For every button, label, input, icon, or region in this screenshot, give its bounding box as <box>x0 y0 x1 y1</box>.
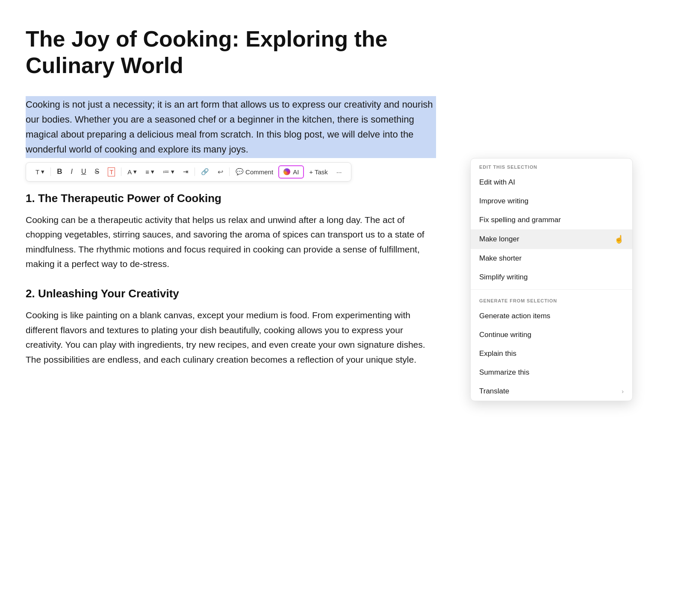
align-button[interactable]: ≡ ▾ <box>142 166 158 178</box>
text-label: T <box>35 168 39 176</box>
ai-label: AI <box>293 168 299 176</box>
edit-section-label: EDIT THIS SELECTION <box>471 158 632 173</box>
edit-with-ai-item[interactable]: Edit with AI <box>471 173 632 192</box>
generate-action-items-label: Generate action items <box>479 312 550 320</box>
improve-writing-item[interactable]: Improve writing <box>471 192 632 211</box>
dropdown-divider <box>471 289 632 290</box>
summarize-this-label: Summarize this <box>479 368 529 377</box>
highlight-icon: T <box>108 167 115 176</box>
font-color-label: A <box>127 168 132 176</box>
comment-button[interactable]: 💬 Comment <box>232 166 277 178</box>
translate-label: Translate <box>479 387 509 396</box>
ai-icon <box>283 168 290 175</box>
toolbar-separator-4 <box>229 167 230 176</box>
strikethrough-button[interactable]: S <box>91 166 103 178</box>
font-color-dropdown-arrow: ▾ <box>133 168 137 176</box>
ai-dropdown-menu: EDIT THIS SELECTION Edit with AI Improve… <box>470 158 633 401</box>
selected-paragraph: Cooking is not just a necessity; it is a… <box>26 96 436 158</box>
summarize-this-item[interactable]: Summarize this <box>471 363 632 382</box>
toolbar-separator-3 <box>195 167 195 176</box>
underline-button[interactable]: U <box>78 166 90 178</box>
highlight-button[interactable]: T <box>104 165 118 179</box>
make-shorter-label: Make shorter <box>479 254 522 263</box>
italic-button[interactable]: I <box>67 166 76 178</box>
edit-with-ai-label: Edit with AI <box>479 178 515 187</box>
bullet-icon: ≔ <box>163 168 169 176</box>
comment-label: Comment <box>245 168 273 176</box>
fix-spelling-label: Fix spelling and grammar <box>479 216 561 224</box>
section1-heading: 1. The Therapeutic Power of Cooking <box>26 192 436 205</box>
font-color-button[interactable]: A ▾ <box>124 166 140 178</box>
translate-arrow-icon: › <box>622 388 624 395</box>
section1-text: Cooking can be a therapeutic activity th… <box>26 213 436 272</box>
quote-icon: ↩ <box>218 168 223 176</box>
explain-this-item[interactable]: Explain this <box>471 344 632 363</box>
text-style-button[interactable]: T ▾ <box>32 166 48 178</box>
improve-writing-label: Improve writing <box>479 197 528 205</box>
ai-button[interactable]: AI <box>278 165 304 179</box>
link-button[interactable]: 🔗 <box>198 166 212 178</box>
align-icon: ≡ <box>145 168 149 176</box>
quote-button[interactable]: ↩ <box>214 166 227 178</box>
more-button[interactable]: ··· <box>333 166 345 178</box>
bullet-list-button[interactable]: ≔ ▾ <box>159 166 178 178</box>
indent-button[interactable]: ⇥ <box>180 166 192 178</box>
align-dropdown-arrow: ▾ <box>151 168 154 176</box>
comment-icon: 💬 <box>236 168 244 176</box>
simplify-writing-label: Simplify writing <box>479 273 528 282</box>
continue-writing-item[interactable]: Continue writing <box>471 326 632 344</box>
link-icon: 🔗 <box>201 168 209 176</box>
section2-heading: 2. Unleashing Your Creativity <box>26 287 436 300</box>
generate-section-label: GENERATE FROM SELECTION <box>471 292 632 307</box>
translate-item[interactable]: Translate › <box>471 382 632 401</box>
editor-area: The Joy of Cooking: Exploring the Culina… <box>0 0 470 408</box>
section2-text: Cooking is like painting on a blank canv… <box>26 308 436 367</box>
bullet-dropdown-arrow: ▾ <box>171 168 174 176</box>
fix-spelling-item[interactable]: Fix spelling and grammar <box>471 211 632 229</box>
simplify-writing-item[interactable]: Simplify writing <box>471 268 632 287</box>
text-dropdown-arrow: ▾ <box>41 168 44 176</box>
make-longer-item[interactable]: Make longer ☝ <box>471 229 632 249</box>
bold-button[interactable]: B <box>53 165 65 178</box>
explain-this-label: Explain this <box>479 349 516 358</box>
task-button[interactable]: + Task <box>306 166 331 178</box>
document-title: The Joy of Cooking: Exploring the Culina… <box>26 26 436 79</box>
toolbar-separator-1 <box>50 167 51 176</box>
toolbar-separator-2 <box>121 167 121 176</box>
generate-action-items-item[interactable]: Generate action items <box>471 307 632 326</box>
make-shorter-item[interactable]: Make shorter <box>471 249 632 268</box>
cursor-indicator: ☝ <box>614 235 624 244</box>
make-longer-label: Make longer <box>479 235 519 243</box>
formatting-toolbar: T ▾ B I U S T A ▾ ≡ ▾ ≔ ▾ ⇥ 🔗 ↩ <box>26 162 351 182</box>
continue-writing-label: Continue writing <box>479 331 531 339</box>
